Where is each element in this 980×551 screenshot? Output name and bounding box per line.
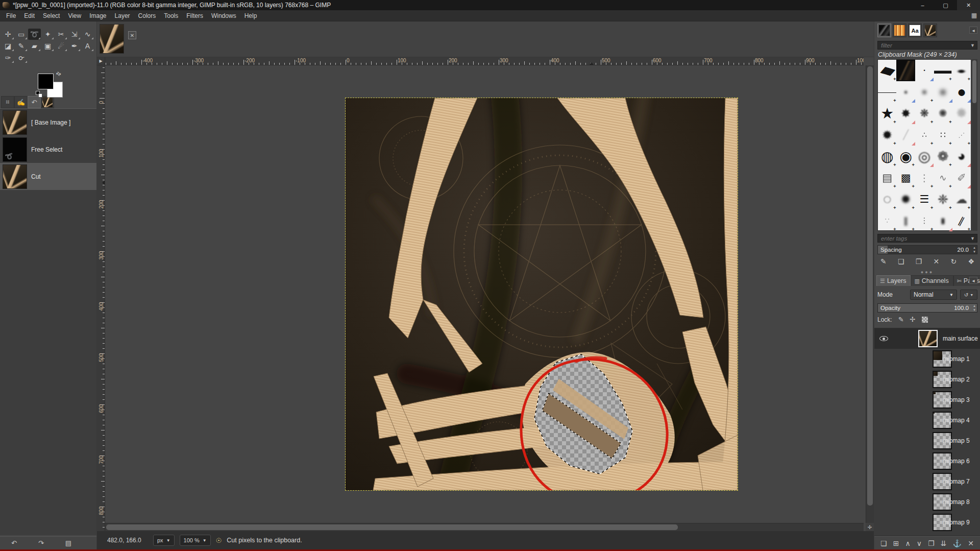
ruler-origin-button[interactable]: ▶	[97, 57, 105, 65]
maximize-button[interactable]: ▢	[934, 0, 957, 10]
brush-texture-cells[interactable]: ◍+	[878, 146, 896, 167]
menu-select[interactable]: Select	[39, 11, 64, 21]
layer-row[interactable]: mipmap 9	[874, 512, 980, 533]
merge-down-button[interactable]: ⇊	[941, 539, 947, 547]
undo-button[interactable]: ↶	[11, 539, 17, 547]
refresh-brushes-button[interactable]: ↻	[950, 257, 957, 266]
brush-soft-round-large[interactable]: ●	[934, 81, 952, 103]
brush-grid-scrollbar[interactable]	[972, 59, 977, 231]
collapse-layers-icon[interactable]: ◂	[969, 277, 977, 284]
duplicate-brush-button[interactable]: ❐	[916, 257, 922, 266]
brush-soft-round-small[interactable]: ●	[896, 81, 915, 103]
navigation-preview-button[interactable]: ✢	[866, 523, 874, 531]
brush-dash-scatter[interactable]: ∿+	[934, 167, 952, 188]
brush-chalk-2[interactable]: ❋+	[915, 103, 934, 124]
dock-columns-icon[interactable]: ▦	[971, 12, 977, 19]
history-item[interactable]: [ Base Image ]	[0, 109, 96, 136]
tool-smudge[interactable]: ☄	[55, 40, 67, 52]
tab-channels[interactable]: ▥Channels	[911, 275, 953, 286]
brush-ellipse[interactable]: ●+	[952, 60, 971, 81]
new-layer-button[interactable]: ❏	[880, 539, 887, 547]
tool-unified-transform[interactable]: ⇲	[68, 29, 81, 40]
tool-color-picker[interactable]: ✑	[2, 52, 14, 63]
dockable-tab-patterns[interactable]	[893, 23, 906, 37]
history-item[interactable]: Cut	[0, 163, 96, 190]
horizontal-ruler[interactable]: -400-300-200-100010020030040050060070080…	[105, 57, 864, 65]
menu-colors[interactable]: Colors	[134, 11, 160, 21]
layer-row[interactable]: mipmap 3	[874, 390, 980, 410]
tool-eraser[interactable]: ▰	[28, 40, 41, 52]
menu-view[interactable]: View	[64, 11, 85, 21]
vertical-ruler[interactable]: 0100200300400500600700800	[97, 65, 105, 531]
spacing-slider[interactable]: Spacing 20.0 ▲▼	[877, 245, 977, 254]
tool-zoom[interactable]: ☌	[15, 52, 28, 63]
brush-dots-medium[interactable]: ∷+	[934, 124, 952, 146]
brush-block[interactable]: ▬+	[934, 60, 952, 81]
menu-layer[interactable]: Layer	[111, 11, 134, 21]
image-tab[interactable]: ✕	[99, 23, 138, 56]
menu-edit[interactable]: Edit	[20, 11, 39, 21]
dock-splitter-handle[interactable]: ●●●	[874, 270, 980, 275]
menu-help[interactable]: Help	[240, 11, 261, 21]
chevron-down-icon[interactable]: ▼	[970, 236, 975, 241]
chevron-down-icon[interactable]: ▼	[970, 43, 975, 48]
layer-row[interactable]: mipmap 4	[874, 410, 980, 430]
brush-faint-stroke[interactable]: ╱	[896, 124, 915, 146]
brush-texture-flower[interactable]: ❁+	[934, 146, 952, 167]
raise-layer-button[interactable]: ∧	[905, 539, 910, 547]
brush-faint-marks[interactable]: ∵+	[878, 210, 896, 231]
tool-fuzzy-select[interactable]: ✦	[41, 29, 54, 40]
brush-smear-block[interactable]: ▤+	[878, 167, 896, 188]
brush-hatch-block[interactable]: ▩+	[896, 167, 915, 188]
layer-mode-dropdown[interactable]: Normal ▼	[910, 290, 957, 300]
menu-tools[interactable]: Tools	[160, 11, 182, 21]
image-tab-thumbnail[interactable]	[100, 24, 124, 54]
tool-ink[interactable]: ✒	[68, 40, 81, 52]
canvas-image[interactable]	[346, 98, 738, 490]
lock-alpha-icon[interactable]	[922, 317, 928, 323]
brush-diagonal-lines[interactable]: ∥+	[952, 210, 971, 231]
brush-splatter[interactable]: ✹+	[878, 124, 896, 146]
tool-text[interactable]: A	[81, 40, 94, 52]
swap-colors-icon[interactable]: ⇄	[55, 70, 63, 78]
collapse-dock-icon[interactable]: ◂	[969, 27, 977, 34]
image-tab-close-icon[interactable]: ✕	[128, 31, 136, 39]
visibility-eye-icon[interactable]	[879, 336, 888, 341]
brush-smoke[interactable]: ☁+	[952, 188, 971, 210]
default-colors-icon[interactable]	[36, 91, 43, 98]
tool-free-select[interactable]: ➰	[28, 29, 41, 40]
horizontal-scrollbar-thumb[interactable]	[106, 524, 678, 530]
opacity-slider[interactable]: Opacity 100.0 ▲▼	[877, 303, 977, 313]
delete-brush-button[interactable]: ✕	[934, 257, 940, 266]
clear-undo-history-button[interactable]: ▤	[65, 539, 71, 547]
brush-chalk-4[interactable]: ❊	[952, 103, 971, 124]
duplicate-layer-button[interactable]: ❐	[928, 539, 935, 547]
brush-star[interactable]: ★+	[878, 103, 896, 124]
redo-button[interactable]: ↷	[38, 539, 44, 547]
layer-row[interactable]: mipmap 7	[874, 471, 980, 492]
vertical-scrollbar-thumb[interactable]	[867, 66, 873, 506]
menu-file[interactable]: File	[2, 11, 20, 21]
brush-texture-dense[interactable]: ◎	[915, 146, 934, 167]
menu-image[interactable]: Image	[85, 11, 110, 21]
lower-layer-button[interactable]: ∨	[917, 539, 922, 547]
minimize-button[interactable]: –	[911, 0, 934, 10]
horizontal-scrollbar[interactable]	[105, 523, 864, 531]
layer-row[interactable]: mipmap 8	[874, 492, 980, 512]
dock-tab-device-status[interactable]: ✍	[14, 96, 28, 108]
brush-clipboard-image[interactable]: +	[896, 60, 915, 81]
anchor-layer-button[interactable]: ⚓	[953, 539, 962, 547]
spinner-icon[interactable]: ▲▼	[973, 304, 976, 312]
brush-line[interactable]: ―+	[878, 81, 896, 103]
mode-switch-button[interactable]: ↺▼	[960, 290, 977, 300]
close-button[interactable]: ✕	[957, 0, 980, 10]
dockable-tab-document-history[interactable]	[923, 23, 937, 37]
brush-line-stack[interactable]: ☰+	[915, 188, 934, 210]
layer-row[interactable]: main surface	[874, 328, 980, 349]
history-item[interactable]: ➰Free Select	[0, 136, 96, 163]
brush-dark-smear[interactable]: ▮	[934, 210, 952, 231]
layer-row[interactable]: mipmap 6	[874, 451, 980, 471]
brush-dark-texture[interactable]: ❈+	[934, 188, 952, 210]
brush-clipboard-mask[interactable]: ◆+	[878, 60, 896, 81]
brush-pixel[interactable]: •	[915, 60, 934, 81]
